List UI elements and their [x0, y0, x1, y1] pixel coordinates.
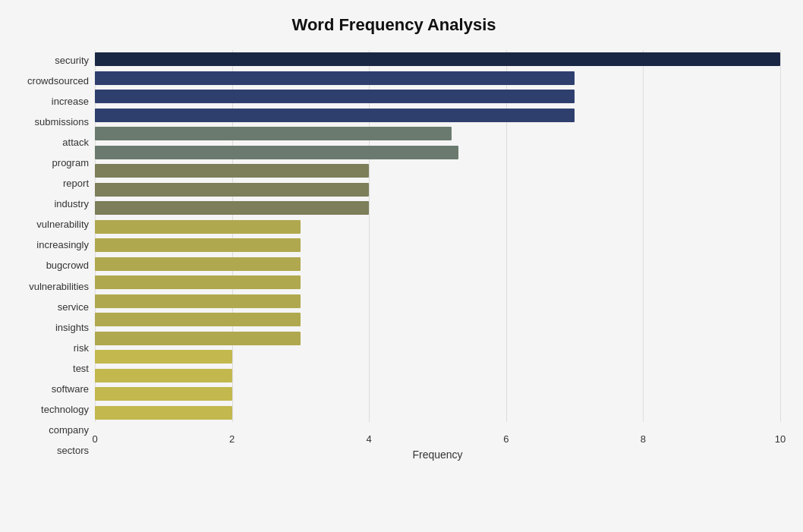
y-label: software: [52, 384, 89, 394]
bar-row: [95, 200, 780, 216]
bar: [95, 109, 575, 122]
y-label: company: [49, 425, 89, 435]
bar-row: [95, 274, 780, 291]
chart-container: Word Frequency Analysis securitycrowdsou…: [0, 0, 803, 532]
y-label: submissions: [34, 117, 89, 127]
bar: [95, 220, 301, 234]
bar: [95, 275, 301, 289]
y-label: industry: [54, 199, 89, 209]
y-label: attack: [62, 137, 89, 147]
bar-row: [95, 181, 780, 198]
chart-area: securitycrowdsourcedincreasesubmissionsa…: [8, 50, 780, 461]
bar-row: [95, 367, 780, 384]
y-label: sectors: [57, 445, 89, 455]
y-label: test: [73, 364, 89, 373]
bar: [95, 257, 301, 271]
grid-line: [780, 50, 781, 422]
bar: [95, 350, 232, 364]
bar-row: [95, 311, 780, 328]
bar: [95, 369, 232, 382]
bar: [95, 146, 458, 159]
bar: [95, 332, 301, 345]
x-axis-title: Frequency: [95, 449, 780, 461]
bar: [95, 201, 369, 215]
y-label: vulnerabilities: [29, 282, 89, 291]
bar: [95, 294, 301, 308]
y-label: bugcrowd: [46, 260, 89, 270]
y-label: insights: [55, 323, 89, 332]
chart-title: Word Frequency Analysis: [8, 15, 780, 35]
bar-row: [95, 330, 780, 347]
y-axis-labels: securitycrowdsourcedincreasesubmissionsa…: [8, 50, 95, 461]
y-label: service: [58, 302, 89, 312]
bar-row: [95, 237, 780, 253]
bar-row: [95, 51, 780, 68]
bar: [95, 52, 780, 66]
bar-row: [95, 386, 780, 402]
y-label: program: [52, 158, 89, 168]
y-label: increase: [52, 96, 89, 106]
bar-row: [95, 88, 780, 105]
bar: [95, 387, 232, 401]
bar-row: [95, 70, 780, 87]
bar-row: [95, 125, 780, 142]
bar-row: [95, 107, 780, 124]
bars-container: [95, 50, 780, 445]
bar: [95, 127, 452, 140]
y-label: risk: [74, 343, 89, 353]
bars-and-grid: 0246810: [95, 50, 780, 445]
bar: [95, 90, 575, 103]
y-label: vulnerability: [36, 219, 89, 229]
bar: [95, 164, 369, 178]
bar-row: [95, 256, 780, 272]
bar: [95, 71, 575, 85]
bar: [95, 183, 369, 197]
y-label: report: [63, 178, 89, 188]
bar-row: [95, 144, 780, 161]
bar-row: [95, 348, 780, 365]
bar-row: [95, 293, 780, 310]
y-label: crowdsourced: [27, 76, 89, 86]
y-label: technology: [41, 405, 89, 414]
y-label: increasingly: [36, 240, 89, 250]
bar: [95, 406, 232, 420]
y-label: security: [55, 55, 89, 65]
bar-row: [95, 405, 780, 421]
bar: [95, 238, 301, 252]
bar: [95, 313, 301, 326]
bar-row: [95, 162, 780, 179]
bar-row: [95, 219, 780, 235]
